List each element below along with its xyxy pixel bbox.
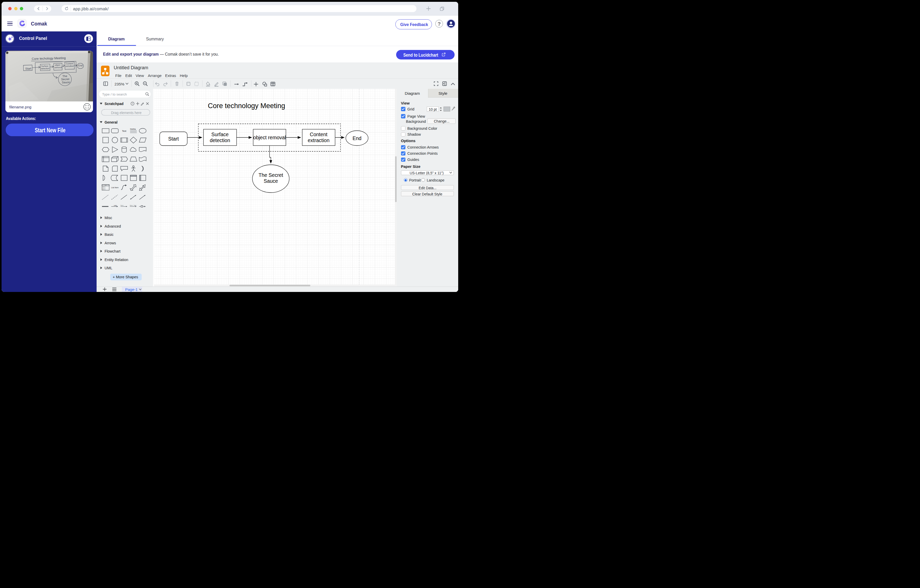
svg-text:Source: Source <box>130 205 133 206</box>
svg-text:detection: detection <box>41 67 49 70</box>
svg-text:?: ? <box>131 102 133 105</box>
svg-text:Target: Target <box>134 205 136 206</box>
svg-text:Surface: Surface <box>211 132 228 137</box>
svg-text:detection: detection <box>210 137 230 143</box>
svg-text:Item 3: Item 3 <box>102 189 105 190</box>
svg-text:Source: Source <box>120 205 123 206</box>
svg-text:Sauce: Sauce <box>264 178 278 184</box>
svg-text:Sauce: Sauce <box>62 80 70 84</box>
svg-text:object removal: object removal <box>253 135 286 140</box>
svg-text:Start: Start <box>25 67 31 70</box>
svg-text:extraction: extraction <box>308 137 330 143</box>
svg-text:Surface: Surface <box>41 65 49 68</box>
svg-text:End: End <box>78 64 83 67</box>
svg-text:Label: Label <box>114 205 117 206</box>
svg-text:removal: removal <box>55 66 62 69</box>
svg-text:Heading: Heading <box>130 128 136 130</box>
svg-text:Core technology Meeting: Core technology Meeting <box>208 102 285 110</box>
svg-text:End: End <box>353 135 361 141</box>
svg-text:Content: Content <box>66 62 73 65</box>
svg-text:Secret: Secret <box>61 77 69 81</box>
svg-text:Start: Start <box>168 136 179 141</box>
svg-text:Text: Text <box>122 130 126 132</box>
svg-text:extraltion: extraltion <box>65 65 74 67</box>
svg-text:The: The <box>62 74 67 78</box>
svg-text:Content: Content <box>310 132 327 137</box>
svg-text:object: object <box>55 64 60 66</box>
svg-text:List Item: List Item <box>111 186 118 189</box>
svg-text:The Secret: The Secret <box>259 172 283 178</box>
